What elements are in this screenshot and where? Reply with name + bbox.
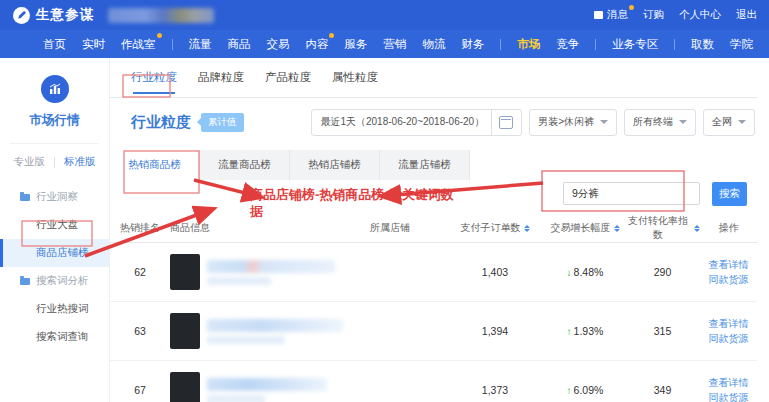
view-detail-link[interactable]: 查看详情 (700, 316, 757, 331)
product-info-cell (170, 254, 335, 290)
divider (54, 157, 55, 168)
nav-products[interactable]: 商品 (227, 37, 250, 52)
col-header-orders[interactable]: 支付子订单数 (445, 221, 545, 235)
view-detail-link[interactable]: 查看详情 (700, 375, 757, 390)
tab-attribute-granularity[interactable]: 属性粒度 (332, 58, 378, 98)
tab-brand-granularity[interactable]: 品牌粒度 (198, 58, 244, 98)
nav-content[interactable]: 内容 (305, 37, 328, 52)
conversion-value: 349 (625, 384, 700, 396)
nav-realtime[interactable]: 实时 (82, 37, 105, 52)
actions-cell: 查看详情 同款货源 (700, 316, 757, 346)
toolbar: 行业粒度 累计值 最近1天（2018-06-20~2018-06-20） 男装>… (110, 99, 757, 145)
same-supply-link[interactable]: 同款货源 (700, 390, 757, 402)
col-header-shop: 所属店铺 (335, 221, 445, 235)
trend-down-icon: ↓ (567, 267, 572, 278)
same-supply-link[interactable]: 同款货源 (700, 331, 757, 346)
sidebar-item-hot-search-words[interactable]: 行业热搜词 (0, 295, 109, 323)
blurred-shop-name (108, 8, 214, 23)
nav-traffic[interactable]: 流量 (188, 37, 211, 52)
messages-link[interactable]: 消息 (594, 8, 628, 22)
product-text-blurred (207, 260, 335, 285)
version-tab-pro[interactable]: 专业版 (14, 155, 46, 169)
tab-product-granularity[interactable]: 产品粒度 (265, 58, 311, 98)
tab-traffic-products-rank[interactable]: 流量商品榜 (200, 150, 290, 180)
growth-cell: ↑ 6.09% (545, 384, 625, 396)
version-tab-standard[interactable]: 标准版 (64, 155, 96, 169)
table-row: 67 1,373 ↑ 6.09% 349 查看详情 同款货源 (110, 361, 757, 402)
tab-traffic-shops-rank[interactable]: 流量店铺榜 (380, 150, 470, 180)
rank-type-tabs: 热销商品榜 流量商品榜 热销店铺榜 流量店铺榜 (110, 150, 470, 180)
orders-value: 1,403 (445, 266, 545, 278)
actions-cell: 查看详情 同款货源 (700, 375, 757, 402)
chevron-down-icon (679, 120, 687, 124)
brand-name: 生意参谋 (36, 6, 94, 24)
folder-icon (20, 194, 30, 201)
new-dot (157, 33, 162, 38)
annotation-note: 商品店铺榜-热销商品榜-看关键词数据 (250, 186, 464, 220)
nav-logistics[interactable]: 物流 (422, 37, 445, 52)
rank-table: 热销排名 商品信息 所属店铺 支付子订单数 交易增长幅度 支付转化率指数 操作 … (110, 214, 757, 402)
keyword-search-input[interactable] (563, 182, 700, 205)
message-icon (594, 11, 603, 19)
nav-competition[interactable]: 竞争 (556, 37, 579, 52)
rank-value: 63 (110, 325, 170, 337)
product-info-cell (170, 372, 335, 402)
nav-data-fetch[interactable]: 取数 (691, 37, 714, 52)
nav-home[interactable]: 首页 (43, 37, 66, 52)
profile-link[interactable]: 个人中心 (679, 8, 721, 22)
tab-hot-products-rank[interactable]: 热销商品榜 (110, 150, 200, 180)
top-bar: 生意参谋 消息 订购 个人中心 退出 (0, 0, 769, 30)
search-button[interactable]: 搜索 (712, 182, 747, 206)
trend-up-icon: ↑ (567, 385, 572, 396)
nav-divider (172, 39, 173, 50)
nav-marketing[interactable]: 营销 (383, 37, 406, 52)
product-thumbnail-blurred (170, 372, 200, 402)
category-filter-dropdown[interactable]: 男装>休闲裤 (529, 109, 617, 136)
date-range-picker[interactable]: 最近1天（2018-06-20~2018-06-20） (311, 109, 522, 136)
nav-academy[interactable]: 学院 (730, 37, 753, 52)
product-info-cell (170, 313, 335, 349)
sidebar-title: 市场行情 (30, 112, 80, 129)
conversion-value: 290 (625, 266, 700, 278)
col-header-actions: 操作 (700, 221, 757, 235)
orders-link[interactable]: 订购 (643, 8, 664, 22)
nav-service[interactable]: 服务 (344, 37, 367, 52)
folder-icon (20, 278, 30, 285)
sidebar-item-search-word-query[interactable]: 搜索词查询 (0, 323, 109, 351)
terminal-filter-dropdown[interactable]: 所有终端 (624, 109, 696, 136)
scope-filter-dropdown[interactable]: 全网 (703, 109, 755, 136)
nav-divider (500, 39, 501, 50)
col-header-growth[interactable]: 交易增长幅度 (545, 221, 625, 235)
nav-trade[interactable]: 交易 (266, 37, 289, 52)
nav-business-zone[interactable]: 业务专区 (612, 37, 658, 52)
sidebar-group-industry-insight[interactable]: 行业洞察 (0, 183, 109, 211)
sidebar-item-product-shop-rank[interactable]: 商品店铺榜 (0, 239, 109, 267)
sort-icon[interactable] (524, 225, 530, 232)
table-row: 62 1,403 ↓ 8.48% 290 查看详情 同款货源 (110, 243, 757, 302)
sort-icon[interactable] (614, 225, 620, 232)
cumulative-value-badge: 累计值 (201, 113, 244, 132)
logout-link[interactable]: 退出 (736, 8, 757, 22)
sidebar-item-industry-board[interactable]: 行业大盘 (0, 211, 109, 239)
tab-industry-granularity[interactable]: 行业粒度 (131, 58, 177, 98)
product-thumbnail-blurred (170, 254, 200, 290)
calendar-icon (499, 116, 513, 129)
view-detail-link[interactable]: 查看详情 (700, 257, 757, 272)
tab-hot-shops-rank[interactable]: 热销店铺榜 (290, 150, 380, 180)
page-title: 行业粒度 (131, 113, 191, 132)
nav-finance[interactable]: 财务 (461, 37, 484, 52)
same-supply-link[interactable]: 同款货源 (700, 272, 757, 287)
sidebar-group-search-analysis[interactable]: 搜索词分析 (0, 267, 109, 295)
nav-warroom[interactable]: 作战室 (121, 37, 156, 52)
product-text-blurred (207, 378, 327, 402)
growth-value: 6.09% (574, 384, 604, 396)
conversion-value: 315 (625, 325, 700, 337)
growth-value: 8.48% (574, 266, 604, 278)
col-header-conversion[interactable]: 支付转化率指数 (625, 214, 700, 242)
nav-market-active[interactable]: 市场 (517, 37, 540, 52)
product-text-blurred (207, 319, 343, 344)
chevron-down-icon (600, 120, 608, 124)
product-thumbnail-blurred (170, 313, 200, 349)
nav-divider (674, 39, 675, 50)
orders-value: 1,373 (445, 384, 545, 396)
